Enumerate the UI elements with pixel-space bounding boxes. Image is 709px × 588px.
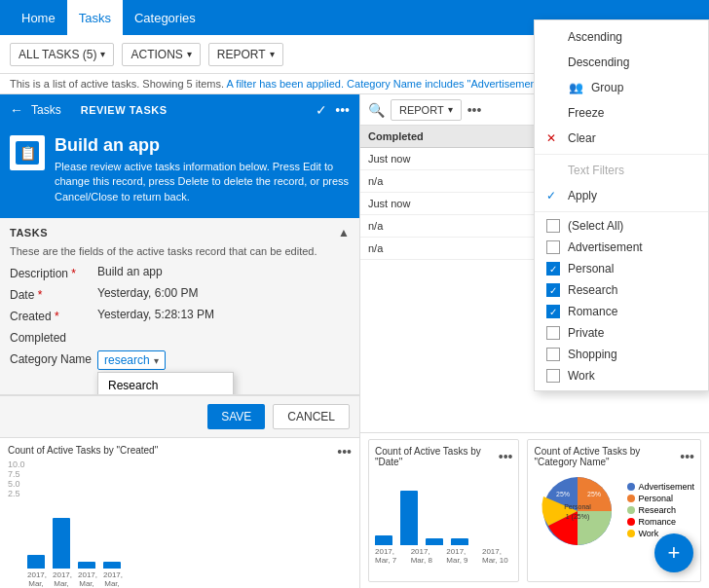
- label-created: Created: [10, 308, 97, 323]
- right-more[interactable]: •••: [467, 102, 482, 118]
- rxl-1: 2017, Mar, 7: [375, 547, 403, 565]
- right-bar-more[interactable]: •••: [499, 449, 513, 464]
- ctx-cb-research[interactable]: ✓ Research: [535, 279, 708, 301]
- value-description: Build an app: [97, 265, 350, 278]
- ctx-clear-icon: ✕: [546, 131, 560, 145]
- section-desc: These are the fields of the active tasks…: [10, 245, 350, 257]
- svg-text:1 (25%): 1 (25%): [566, 513, 590, 521]
- app-icon-inner: 📋: [16, 141, 39, 165]
- cb-advertisement[interactable]: [546, 240, 560, 254]
- nav-tasks[interactable]: Tasks: [67, 0, 123, 35]
- ctx-apply[interactable]: ✓ Apply: [535, 183, 708, 208]
- review-title: REVIEW TASKS: [81, 104, 168, 116]
- review-header: ← Tasks REVIEW TASKS ✓ •••: [0, 94, 359, 126]
- bar-2: [53, 518, 70, 570]
- ctx-apply-check: ✓: [546, 189, 560, 202]
- x-label-1: 2017, Mar, 7: [27, 570, 45, 588]
- review-actions: ✓ •••: [316, 102, 350, 118]
- cb-romance[interactable]: ✓: [546, 305, 560, 318]
- ctx-ascending[interactable]: Ascending: [535, 24, 708, 50]
- app-title: Build an app: [55, 135, 350, 156]
- x-label-3: 2017, Mar, 9: [78, 570, 95, 588]
- legend-dot-ad: [627, 483, 635, 491]
- category-input[interactable]: research ▾: [97, 350, 166, 370]
- report-chevron: ▾: [270, 49, 275, 59]
- cb-select-all[interactable]: [546, 219, 560, 233]
- report-button[interactable]: REPORT ▾: [208, 43, 283, 66]
- cell-completed-1: Just now: [360, 148, 536, 169]
- ctx-divider-1: [535, 154, 708, 155]
- nav-home[interactable]: Home: [10, 0, 67, 35]
- bar-4: [103, 562, 121, 569]
- ctx-cb-personal[interactable]: ✓ Personal: [535, 258, 708, 279]
- category-chevron-icon[interactable]: ▾: [154, 355, 159, 366]
- ctx-group[interactable]: 👥 Group: [535, 75, 708, 100]
- label-date: Date: [10, 286, 97, 302]
- cb-work[interactable]: [546, 369, 560, 383]
- right-bar-chart: Count of Active Tasks by "Date" ••• 2017…: [368, 439, 519, 582]
- category-value: research: [104, 353, 150, 367]
- ctx-cb-private[interactable]: Private: [535, 322, 708, 344]
- bar-1: [27, 555, 45, 569]
- search-icon[interactable]: 🔍: [368, 102, 385, 118]
- bar-chart-more[interactable]: •••: [337, 444, 352, 459]
- cb-shopping[interactable]: [546, 348, 560, 361]
- collapse-btn[interactable]: ▲: [338, 226, 350, 239]
- check-icon[interactable]: ✓: [316, 102, 327, 118]
- bar-chart-x-labels: 2017, Mar, 7 2017, Mar, 8 2017, Mar, 9 2…: [8, 570, 352, 588]
- save-button[interactable]: SAVE: [207, 404, 265, 429]
- rbar-2: [400, 491, 418, 545]
- right-report-button[interactable]: REPORT ▾: [391, 99, 462, 121]
- context-menu: Ascending Descending 👥 Group Freeze ✕ Cl…: [534, 19, 709, 391]
- legend-personal: Personal: [627, 494, 694, 503]
- back-arrow[interactable]: ←: [10, 102, 23, 118]
- rxl-2: 2017, Mar, 8: [411, 547, 439, 565]
- pie-svg: Personal 1 (25%) 25% 25%: [534, 467, 621, 555]
- form-actions: SAVE CANCEL: [0, 395, 359, 437]
- ctx-cb-work[interactable]: Work: [535, 365, 708, 386]
- more-icon[interactable]: •••: [335, 102, 350, 118]
- all-tasks-button[interactable]: ALL TASKS (5) ▾: [10, 43, 114, 66]
- fab-button[interactable]: +: [654, 533, 693, 572]
- rbar-1: [375, 535, 392, 546]
- ctx-descending[interactable]: Descending: [535, 50, 708, 75]
- x-label-4: 2017, Mar, 10: [103, 570, 121, 588]
- ctx-text-filters: Text Filters: [535, 158, 708, 183]
- ctx-freeze[interactable]: Freeze: [535, 100, 708, 126]
- all-tasks-chevron: ▾: [100, 49, 105, 59]
- rxl-4: 2017, Mar, 10: [482, 547, 513, 565]
- bar-chart-card: Count of Active Tasks by "Created" ••• 1…: [0, 437, 359, 588]
- legend-dot-work: [627, 530, 635, 537]
- ctx-cb-advertisement[interactable]: Advertisement: [535, 237, 708, 258]
- pie-title: Count of Active Tasks by "Category Name": [534, 446, 680, 467]
- form-section-header: TASKS ▲: [10, 226, 350, 239]
- cancel-button[interactable]: CANCEL: [273, 404, 350, 429]
- dropdown-research[interactable]: Research: [98, 373, 233, 395]
- nav-categories[interactable]: Categories: [123, 0, 207, 35]
- actions-chevron: ▾: [187, 49, 192, 59]
- pie-legend: Advertisement Personal Research: [627, 482, 694, 540]
- cell-completed-5: n/a: [360, 238, 536, 259]
- field-created: Created Yesterday, 5:28:13 PM: [10, 308, 350, 323]
- ctx-cb-shopping[interactable]: Shopping: [535, 344, 708, 365]
- cell-completed-2: n/a: [360, 170, 536, 192]
- ctx-clear[interactable]: ✕ Clear: [535, 126, 708, 151]
- cb-personal[interactable]: ✓: [546, 262, 560, 276]
- label-completed: Completed: [10, 329, 97, 345]
- bar-chart-header: Count of Active Tasks by "Created" •••: [8, 444, 352, 459]
- pie-more[interactable]: •••: [680, 449, 694, 464]
- legend-dot-romance: [627, 518, 635, 526]
- actions-button[interactable]: ACTIONS ▾: [122, 43, 200, 66]
- right-bar-bars: [375, 467, 512, 545]
- cb-private[interactable]: [546, 326, 560, 340]
- field-description: Description Build an app: [10, 265, 350, 280]
- legend-dot-research: [627, 506, 635, 514]
- cb-research[interactable]: ✓: [546, 283, 560, 297]
- legend-research: Research: [627, 505, 694, 515]
- bar-chart-title: Count of Active Tasks by "Created": [8, 445, 158, 456]
- ctx-cb-select-all[interactable]: (Select All): [535, 215, 708, 237]
- ctx-cb-romance[interactable]: ✓ Romance: [535, 301, 708, 322]
- back-label: Tasks: [31, 103, 61, 117]
- value-date: Yesterday, 6:00 PM: [97, 286, 350, 300]
- svg-text:25%: 25%: [556, 491, 570, 497]
